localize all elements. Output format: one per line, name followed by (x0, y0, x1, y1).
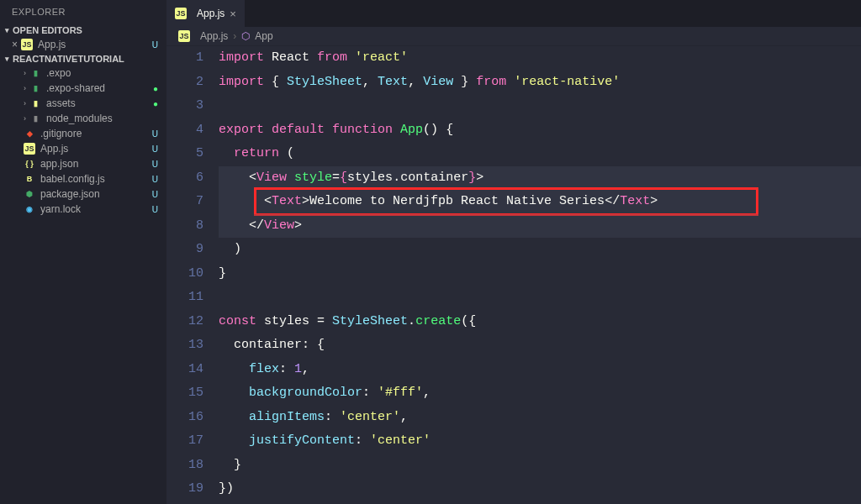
js-icon: JS (178, 30, 190, 42)
chevron-down-icon: ▾ (5, 26, 9, 34)
chevron-right-icon: › (24, 69, 26, 77)
git-status-badge: ● (153, 84, 158, 93)
crumb-file: App.js (200, 30, 228, 42)
chevron-right-icon: › (24, 114, 26, 123)
file-label: App.js (40, 143, 68, 155)
js-icon: JS (175, 8, 187, 19)
open-editors-header[interactable]: ▾ OPEN EDITORS (0, 24, 166, 37)
git-status-badge: U (152, 144, 158, 154)
tree-item-appjs[interactable]: JS App.js U (0, 141, 166, 156)
git-status-badge: U (152, 160, 158, 169)
folder-icon: ▮ (29, 82, 41, 94)
folder-icon: ▮ (29, 97, 41, 109)
git-status-badge: ● (153, 99, 158, 108)
file-label: App.js (38, 39, 66, 50)
file-label: .gitignore (40, 128, 82, 139)
tree-item-appjson[interactable]: { } app.json U (0, 156, 166, 171)
chevron-right-icon: › (24, 99, 26, 108)
editor-pane: JS App.js × JS App.js › ⬡ App 1234567891… (166, 0, 861, 504)
chevron-down-icon: ▾ (5, 55, 9, 63)
chevron-right-icon: › (233, 30, 236, 42)
package-icon: ⬢ (24, 188, 35, 200)
line-gutter: 1234567891011121314151617181920 (166, 46, 219, 504)
code-editor[interactable]: 1234567891011121314151617181920 import R… (166, 46, 861, 504)
crumb-symbol-icon: ⬡ (241, 30, 250, 42)
git-status-badge: U (152, 190, 158, 199)
git-status-badge: U (152, 205, 158, 214)
project-header[interactable]: ▾ REACTNATIVETUTORIAL (0, 52, 166, 66)
open-editor-appjs[interactable]: × JS App.js U (0, 37, 166, 52)
git-status-badge: U (152, 40, 158, 50)
open-editors-list: × JS App.js U (0, 37, 166, 52)
tree-item-package[interactable]: ⬢ package.json U (0, 186, 166, 202)
file-label: assets (46, 97, 76, 109)
chevron-right-icon: › (24, 84, 26, 92)
file-label: .expo-shared (46, 82, 105, 94)
json-icon: { } (24, 158, 35, 170)
tree-item-babel[interactable]: B babel.config.js U (0, 171, 166, 186)
project-tree: › ▮ .expo › ▮ .expo-shared ● › ▮ assets … (0, 66, 166, 217)
project-label: REACTNATIVETUTORIAL (13, 54, 124, 64)
explorer-sidebar: EXPLORER ▾ OPEN EDITORS × JS App.js U ▾ … (0, 0, 166, 504)
git-icon: ◆ (24, 128, 35, 139)
explorer-title: EXPLORER (0, 0, 166, 24)
js-icon: JS (21, 39, 33, 50)
js-icon: JS (24, 143, 35, 155)
file-label: .expo (46, 67, 71, 79)
file-label: app.json (40, 158, 78, 170)
tree-item-gitignore[interactable]: ◆ .gitignore U (0, 126, 166, 141)
close-icon[interactable]: × (230, 8, 236, 20)
tree-item-yarnlock[interactable]: ◉ yarn.lock U (0, 202, 166, 217)
tab-appjs[interactable]: JS App.js × (166, 0, 246, 27)
tree-item-expo-shared[interactable]: › ▮ .expo-shared ● (0, 81, 166, 96)
tree-item-expo[interactable]: › ▮ .expo (0, 66, 166, 81)
babel-icon: B (24, 173, 35, 185)
tree-item-node-modules[interactable]: › ▮ node_modules (0, 111, 166, 126)
yarn-icon: ◉ (24, 203, 35, 215)
code-content[interactable]: import React from 'react' import { Style… (219, 46, 861, 504)
git-status-badge: U (152, 175, 158, 184)
tab-bar: JS App.js × (166, 0, 861, 27)
tree-item-assets[interactable]: › ▮ assets ● (0, 96, 166, 111)
file-label: babel.config.js (40, 173, 105, 185)
folder-icon: ▮ (29, 113, 41, 124)
tab-label: App.js (197, 8, 224, 19)
file-label: package.json (40, 188, 100, 200)
file-label: yarn.lock (40, 203, 81, 215)
folder-icon: ▮ (29, 67, 41, 79)
file-label: node_modules (46, 113, 113, 124)
close-icon[interactable]: × (12, 39, 18, 50)
open-editors-label: OPEN EDITORS (13, 25, 82, 35)
breadcrumb[interactable]: JS App.js › ⬡ App (166, 27, 861, 46)
git-status-badge: U (152, 129, 158, 139)
crumb-symbol: App (255, 30, 272, 42)
